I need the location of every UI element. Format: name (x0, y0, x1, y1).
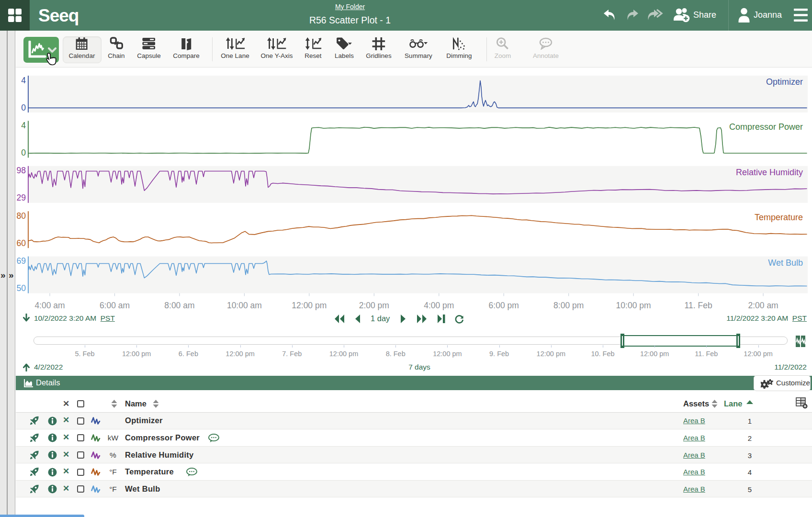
svg-text:Optimizer: Optimizer (766, 77, 803, 87)
svg-text:12:00 pm: 12:00 pm (292, 301, 327, 310)
svg-text:2:00 am: 2:00 am (748, 301, 778, 310)
svg-text:10:00 am: 10:00 am (227, 301, 262, 310)
svg-text:6:00 am: 6:00 am (100, 301, 130, 310)
svg-text:0: 0 (21, 103, 26, 112)
svg-text:50: 50 (17, 283, 26, 293)
svg-text:4: 4 (21, 76, 26, 85)
svg-text:8:00 am: 8:00 am (164, 301, 194, 310)
svg-text:60: 60 (17, 238, 26, 248)
svg-text:98: 98 (17, 166, 26, 175)
svg-text:0: 0 (21, 148, 26, 157)
svg-text:Compressor Power: Compressor Power (729, 122, 803, 132)
svg-text:8:00 pm: 8:00 pm (553, 301, 584, 310)
svg-text:Temperature: Temperature (755, 213, 803, 222)
svg-text:4:00 pm: 4:00 pm (424, 301, 454, 310)
svg-text:2:00 pm: 2:00 pm (359, 301, 389, 310)
svg-text:6:00 pm: 6:00 pm (489, 301, 519, 310)
svg-text:Wet Bulb: Wet Bulb (768, 258, 803, 268)
svg-text:69: 69 (17, 256, 26, 266)
svg-text:Relative Humidity: Relative Humidity (736, 168, 803, 177)
svg-text:10:00 pm: 10:00 pm (616, 301, 651, 310)
svg-text:11. Feb: 11. Feb (685, 301, 712, 310)
svg-text:4: 4 (21, 121, 26, 130)
svg-text:4:00 am: 4:00 am (34, 301, 65, 310)
svg-text:29: 29 (17, 193, 26, 202)
svg-text:80: 80 (17, 211, 26, 221)
